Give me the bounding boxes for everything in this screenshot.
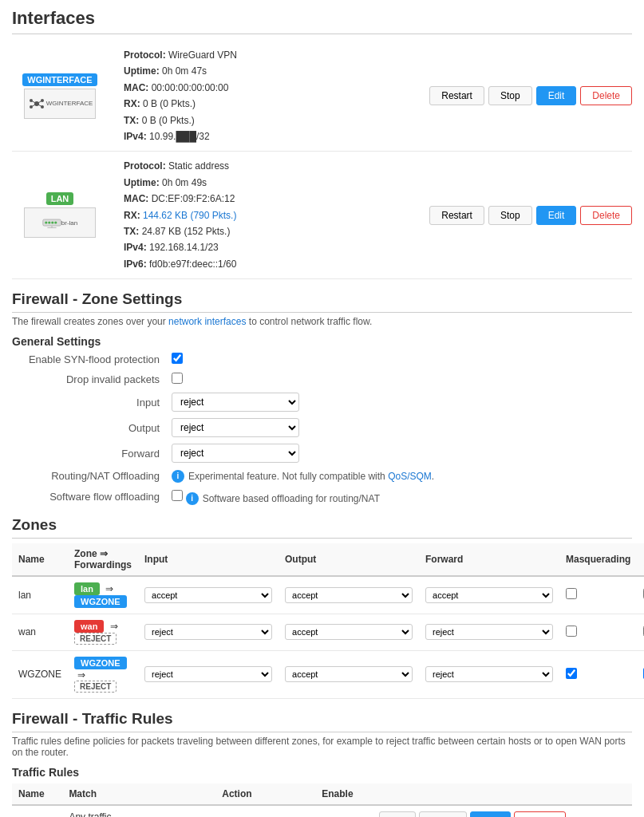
forward-row: Forward reject accept drop (12, 444, 632, 463)
zone-forward-wan: rejectacceptdrop (419, 614, 559, 650)
zone-masq-checkbox-lan[interactable] (566, 588, 577, 599)
wg-restart-button[interactable]: Restart (429, 86, 484, 105)
zones-row-wan: wan wan ⇒ REJECT rejectacceptdrop accept… (12, 614, 644, 650)
syn-flood-checkbox[interactable] (172, 353, 183, 364)
tr-match-any: Any traffic (69, 811, 209, 817)
syn-flood-value (172, 353, 632, 366)
zone-badge-wan: wan (74, 620, 104, 633)
zone-forward-select-wan[interactable]: rejectacceptdrop (425, 624, 553, 640)
zone-badge-wgzone: WGZONE (74, 657, 127, 669)
lan-restart-button[interactable]: Restart (429, 206, 484, 225)
zone-output-select-wan[interactable]: acceptrejectdrop (285, 624, 413, 640)
zone-mss-wgzone (637, 650, 644, 698)
zone-fwd-badge-reject-wgzone: REJECT (74, 681, 117, 693)
syn-flood-row: Enable SYN-flood protection (12, 353, 632, 366)
tr-down-button-vpn[interactable]: Down (419, 811, 468, 817)
zones-title: Zones (12, 516, 632, 539)
software-offload-label: Software flow offloading (12, 491, 172, 503)
wg-details: Protocol: WireGuard VPN Uptime: 0h 0m 47… (124, 47, 429, 144)
drop-invalid-checkbox[interactable] (172, 373, 183, 384)
forward-label: Forward (12, 448, 172, 460)
zone-input-wgzone: rejectacceptdrop (138, 650, 279, 698)
zone-output-wgzone: acceptrejectdrop (279, 650, 419, 698)
zone-arrow-wgzone: ⇒ (77, 669, 85, 681)
zones-col-forwardings: Zone ⇒ Forwardings (68, 543, 138, 576)
zones-col-output: Output (279, 543, 419, 576)
output-row: Output reject accept drop (12, 418, 632, 437)
wg-edit-button[interactable]: Edit (536, 86, 577, 105)
traffic-rules-section: Firewall - Traffic Rules Traffic rules d… (12, 710, 632, 817)
page-title: Interfaces (12, 8, 632, 34)
zone-fwd-badge-wgzone: WGZONE (74, 595, 127, 608)
zone-masq-wgzone (559, 650, 637, 698)
interfaces-section: Interfaces WGINTERFACE WGINTERFACE (12, 8, 632, 279)
tr-edit-button-vpn[interactable]: Edit (470, 811, 511, 817)
zone-forward-select-wgzone[interactable]: rejectacceptdrop (425, 666, 553, 682)
forward-select[interactable]: reject accept drop (172, 444, 299, 463)
zone-input-select-wgzone[interactable]: rejectacceptdrop (144, 666, 272, 682)
zone-name-lan: lan (12, 576, 68, 614)
traffic-rules-description: Traffic rules define policies for packet… (12, 736, 632, 758)
network-interfaces-link[interactable]: network interfaces (168, 316, 246, 327)
software-offload-info-text: Software based offloading for routing/NA… (203, 493, 380, 504)
svg-point-13 (54, 222, 57, 224)
firewall-title: Firewall - Zone Settings (12, 290, 632, 313)
svg-point-11 (48, 222, 50, 224)
software-offload-info: i Software based offloading for routing/… (186, 492, 380, 505)
zone-forward-wgzone: rejectacceptdrop (419, 650, 559, 698)
interface-icon-lan: LAN br-lan (12, 192, 108, 238)
zones-row-wgzone: WGZONE WGZONE ⇒ REJECT rejectacceptdrop … (12, 650, 644, 698)
wg-delete-button[interactable]: Delete (580, 86, 632, 105)
tr-delete-button-vpn[interactable]: Delete (514, 811, 566, 817)
lan-stop-button[interactable]: Stop (488, 206, 532, 225)
svg-point-10 (45, 222, 47, 224)
zone-input-select-wan[interactable]: rejectacceptdrop (144, 624, 272, 640)
zone-fwd-lan: lan ⇒ WGZONE (68, 576, 138, 614)
tr-col-name: Name (12, 783, 62, 805)
firewall-section: Firewall - Zone Settings The firewall cr… (12, 290, 632, 505)
output-value: reject accept drop (172, 418, 632, 437)
zones-row-lan: lan lan ⇒ WGZONE acceptrejectdrop accept… (12, 576, 644, 614)
output-select[interactable]: reject accept drop (172, 418, 299, 437)
zone-output-select-wgzone[interactable]: acceptrejectdrop (285, 666, 413, 682)
interface-row-lan: LAN br-lan Protocol: Static address Upti… (12, 152, 632, 279)
tr-up-button-vpn[interactable]: Up (379, 811, 415, 817)
zone-name-wan: wan (12, 614, 68, 650)
zone-masq-wan (559, 614, 637, 650)
tr-col-buttons (373, 783, 632, 805)
zone-output-wan: acceptrejectdrop (279, 614, 419, 650)
zones-table: Name Zone ⇒ Forwardings Input Output For… (12, 543, 644, 699)
tr-col-enable: Enable (315, 783, 373, 805)
input-select[interactable]: reject accept drop (172, 393, 299, 412)
zone-output-lan: acceptrejectdrop (279, 576, 419, 614)
zone-forward-select-lan[interactable]: acceptrejectdrop (425, 587, 553, 603)
lan-badge: LAN (46, 192, 74, 205)
software-offload-row: Software flow offloading i Software base… (12, 489, 632, 505)
lan-delete-button[interactable]: Delete (580, 206, 632, 225)
wg-stop-button[interactable]: Stop (488, 86, 532, 105)
wg-badge: WGINTERFACE (22, 73, 97, 86)
software-offload-checkbox[interactable] (172, 490, 183, 501)
zone-output-select-lan[interactable]: acceptrejectdrop (285, 587, 413, 603)
firewall-description: The firewall creates zones over your net… (12, 316, 632, 327)
zone-input-lan: acceptrejectdrop (138, 576, 279, 614)
drop-invalid-value (172, 373, 632, 386)
zone-masq-lan (559, 576, 637, 614)
lan-edit-button[interactable]: Edit (536, 206, 577, 225)
zone-fwd-wan: wan ⇒ REJECT (68, 614, 138, 650)
tr-match-vpn: Any traffic From any host in lan To any … (62, 805, 215, 817)
output-label: Output (12, 422, 172, 434)
lan-bridge-label: br-lan (61, 219, 77, 227)
zones-section: Zones Name Zone ⇒ Forwardings Input Outp… (12, 516, 632, 699)
input-label: Input (12, 397, 172, 408)
zone-masq-checkbox-wgzone[interactable] (566, 668, 577, 679)
svg-point-12 (51, 222, 53, 224)
zone-badge-lan: lan (74, 582, 100, 595)
zones-col-mss: MSS clamping (637, 543, 644, 576)
zone-input-select-lan[interactable]: acceptrejectdrop (144, 587, 272, 603)
zone-masq-checkbox-wan[interactable] (566, 626, 577, 637)
zone-name-wgzone: WGZONE (12, 650, 68, 698)
zone-arrow-wan: ⇒ (110, 621, 118, 632)
wg-img: WGINTERFACE (24, 89, 96, 119)
qos-sqm-link[interactable]: QoS/SQM (388, 471, 432, 482)
